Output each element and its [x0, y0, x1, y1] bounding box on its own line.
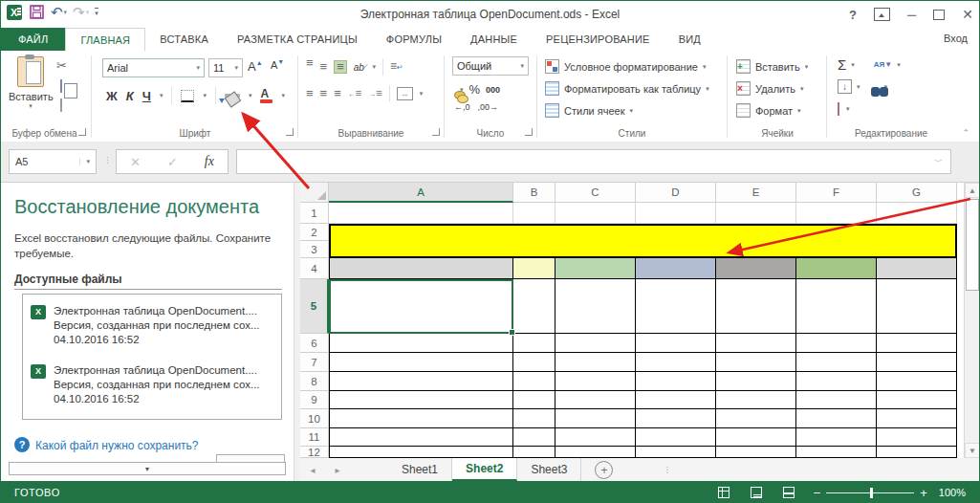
tab-formulas[interactable]: ФОРМУЛЫ [372, 28, 456, 51]
decrease-indent-button[interactable]: ←≡ [348, 88, 361, 99]
merge-dropdown-icon[interactable]: ▾ [420, 90, 424, 98]
number-dialog-launcher-icon[interactable] [525, 128, 533, 136]
cell-A11[interactable] [329, 428, 513, 447]
cell-A1[interactable] [329, 203, 513, 224]
cell-E1[interactable] [716, 203, 796, 224]
scroll-down-icon[interactable]: ▼ [965, 443, 980, 458]
fill-color-dropdown-icon[interactable]: ▾ [249, 92, 252, 99]
format-as-table-button[interactable]: Форматировать как таблицу▾ [545, 81, 709, 96]
wrap-text-button[interactable]: ≡↵ [390, 61, 403, 73]
cell-G8[interactable] [877, 372, 957, 391]
cell-E8[interactable] [716, 372, 796, 391]
highlighted-rows-2-3[interactable] [329, 224, 957, 258]
delete-cells-button[interactable]: × Удалить▾ [736, 81, 804, 96]
recovered-file-1[interactable]: XЭлектронная таблица OpenDocument....Вер… [31, 304, 275, 354]
fill-down-button[interactable]: ↓ [838, 79, 852, 94]
cell-A8[interactable] [329, 372, 513, 391]
cell-E5[interactable] [716, 279, 796, 334]
insert-function-icon[interactable]: fx [205, 154, 214, 169]
column-header-A[interactable]: A [329, 183, 513, 203]
tab-page-layout[interactable]: РАЗМЕТКА СТРАНИЦЫ [223, 28, 372, 51]
orientation-button[interactable]: ab∕ [354, 62, 366, 73]
underline-dropdown-icon[interactable]: ▾ [160, 92, 163, 99]
cell-F5[interactable] [796, 279, 877, 334]
row-header-5[interactable]: 5 [300, 279, 329, 334]
minimize-icon[interactable]: ─ [907, 8, 916, 22]
zoom-in-icon[interactable]: + [920, 486, 927, 500]
cell-E12[interactable] [716, 447, 796, 458]
cell-F11[interactable] [796, 428, 877, 447]
page-layout-view-icon[interactable] [751, 487, 762, 498]
cell-D11[interactable] [636, 428, 716, 447]
ribbon-display-options-icon[interactable] [874, 8, 890, 21]
zoom-slider[interactable] [826, 492, 914, 493]
column-header-E[interactable]: E [716, 183, 796, 203]
cell-G7[interactable] [877, 353, 957, 372]
cell-D8[interactable] [636, 372, 716, 391]
cell-A7[interactable] [329, 353, 513, 372]
cell-C1[interactable] [555, 203, 636, 224]
font-name-combo[interactable]: Arial▾ [102, 58, 205, 77]
pane-scroll-down-bar[interactable]: ▼ [9, 462, 286, 475]
tab-splitter[interactable]: ⋮ [663, 458, 671, 481]
cell-D12[interactable] [636, 447, 716, 458]
increase-font-size-button[interactable]: A▲ [248, 59, 263, 74]
collapse-ribbon-icon[interactable]: ⌃ [962, 128, 969, 138]
top-align-button[interactable]: ≡ [306, 58, 314, 68]
row-header-4[interactable]: 4 [300, 258, 329, 279]
scroll-up-icon[interactable]: ▲ [965, 183, 980, 198]
cell-E9[interactable] [716, 391, 796, 409]
column-header-D[interactable]: D [636, 183, 716, 203]
increase-decimal-button[interactable]: ←,0 [454, 102, 470, 112]
cell-F12[interactable] [796, 447, 877, 458]
sign-in-link[interactable]: Вход [944, 33, 968, 44]
percent-style-button[interactable]: % [469, 82, 481, 97]
zoom-out-icon[interactable]: − [814, 486, 821, 500]
column-header-G[interactable]: G [877, 183, 957, 203]
tab-review[interactable]: РЕЦЕНЗИРОВАНИЕ [532, 28, 664, 51]
row-header-6[interactable]: 6 [300, 334, 329, 353]
cell-E7[interactable] [716, 353, 796, 372]
format-cells-button[interactable]: Формат▾ [736, 103, 801, 118]
font-color-button[interactable]: А [260, 88, 272, 103]
cell-F10[interactable] [796, 409, 877, 428]
alignment-dialog-launcher-icon[interactable] [432, 128, 440, 136]
cell-D10[interactable] [636, 409, 716, 428]
help-icon[interactable]: ? [849, 8, 857, 22]
vertical-scrollbar-thumb[interactable] [966, 199, 979, 291]
tab-file[interactable]: ФАЙЛ [1, 28, 65, 51]
cell-C7[interactable] [555, 353, 636, 372]
bottom-align-button[interactable]: ≡ [334, 60, 347, 74]
cell-G6[interactable] [877, 334, 957, 353]
cell-G5[interactable] [877, 279, 957, 334]
cell-styles-button[interactable]: Стили ячеек▾ [545, 103, 633, 118]
row-header-1[interactable]: 1 [300, 203, 329, 224]
cell-D6[interactable] [636, 334, 716, 353]
clear-dropdown-icon[interactable]: ▾ [846, 105, 850, 113]
cell-B1[interactable] [513, 203, 555, 224]
name-box-splitter[interactable]: ⋮ [103, 155, 113, 164]
cell-C10[interactable] [555, 409, 636, 428]
row-header-12[interactable]: 12 [300, 447, 329, 458]
middle-align-button[interactable]: ≡ [320, 62, 328, 72]
cell-G1[interactable] [877, 203, 957, 224]
autosum-button[interactable]: Σ [838, 56, 846, 73]
cell-C9[interactable] [555, 391, 636, 409]
cell-B4[interactable] [513, 258, 555, 279]
vertical-scrollbar[interactable]: ▲ ▼ [964, 183, 980, 458]
formula-input[interactable]: ﹀ [236, 149, 951, 174]
expand-formula-bar-icon[interactable]: ﹀ [934, 156, 943, 168]
row-header-8[interactable]: 8 [300, 372, 329, 391]
font-color-dropdown-icon[interactable]: ▾ [281, 92, 285, 99]
fill-dropdown-icon[interactable]: ▾ [857, 83, 860, 91]
cell-D1[interactable] [636, 203, 716, 224]
column-header-B[interactable]: B [513, 183, 555, 203]
cell-E6[interactable] [716, 334, 796, 353]
autosum-dropdown-icon[interactable]: ▾ [851, 61, 855, 69]
cell-F8[interactable] [796, 372, 877, 391]
format-painter-button[interactable] [60, 99, 62, 111]
cell-F9[interactable] [796, 391, 877, 409]
cell-B9[interactable] [513, 391, 555, 409]
cell-G11[interactable] [877, 428, 957, 447]
underline-button[interactable]: Ч [142, 89, 151, 103]
